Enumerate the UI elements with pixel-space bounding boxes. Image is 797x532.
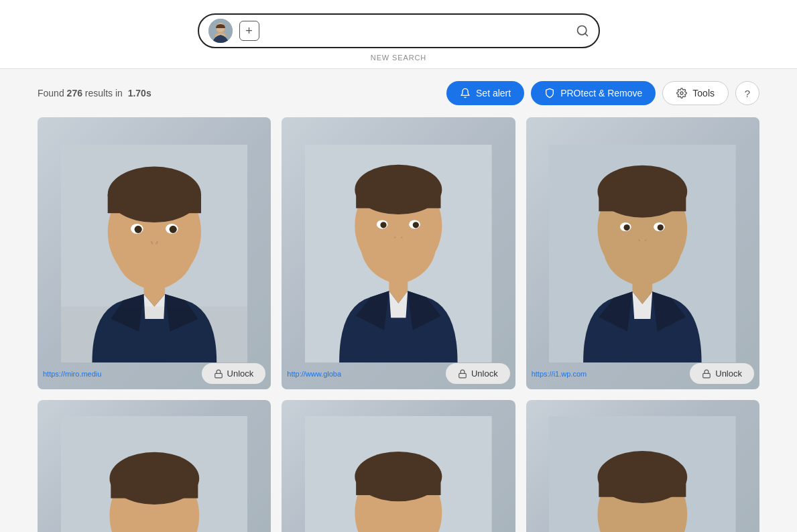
unlock-label: Unlock [471, 369, 498, 379]
search-bar: + [198, 13, 600, 48]
avatar-thumbnail[interactable] [208, 19, 233, 43]
svg-rect-17 [61, 306, 248, 362]
svg-point-25 [381, 222, 387, 228]
results-count: 276 [67, 88, 82, 98]
image-placeholder [526, 117, 759, 389]
image-placeholder [526, 400, 759, 532]
svg-rect-46 [356, 476, 440, 495]
set-alert-label: Set alert [476, 88, 511, 98]
svg-point-36 [658, 224, 664, 230]
svg-rect-11 [107, 194, 200, 213]
svg-rect-32 [599, 191, 686, 211]
image-grid: https://miro.mediu Unlock [38, 117, 759, 532]
image-url[interactable]: https://i1.wp.com [532, 370, 587, 378]
toolbar-actions: Set alert PROtect & Remove Tools ? [446, 81, 759, 105]
svg-line-5 [585, 34, 587, 36]
image-card [38, 400, 271, 532]
svg-rect-50 [599, 477, 686, 497]
image-card: https://i1.wp.com Unlock [526, 117, 759, 389]
svg-point-15 [169, 225, 176, 232]
svg-rect-42 [111, 478, 198, 498]
toolbar: Found 276 results in 1.70s Set alert PRO… [0, 69, 797, 117]
image-placeholder [282, 400, 515, 532]
image-url[interactable]: https://miro.mediu [43, 370, 101, 378]
svg-rect-18 [214, 373, 222, 377]
results-time: 1.70s [128, 88, 151, 98]
unlock-button[interactable]: Unlock [446, 363, 510, 384]
set-alert-button[interactable]: Set alert [446, 81, 524, 105]
svg-point-6 [680, 92, 683, 94]
svg-rect-28 [459, 373, 467, 377]
image-placeholder [38, 400, 271, 532]
svg-point-10 [107, 166, 200, 222]
svg-point-26 [413, 222, 419, 228]
lock-icon [458, 369, 467, 379]
shield-icon [544, 88, 555, 98]
search-button[interactable] [576, 24, 589, 38]
image-placeholder [38, 117, 271, 389]
image-card [526, 400, 759, 532]
image-footer: https://miro.mediu Unlock [38, 358, 271, 389]
unlock-button[interactable]: Unlock [202, 363, 266, 384]
svg-rect-38 [703, 373, 711, 377]
image-card [282, 400, 515, 532]
new-search-label[interactable]: NEW SEARCH [371, 54, 426, 62]
unlock-label: Unlock [715, 369, 742, 379]
tools-button[interactable]: Tools [662, 81, 729, 105]
lock-icon [702, 369, 711, 379]
image-card: http://www.globa Unlock [282, 117, 515, 389]
header: + NEW SEARCH [0, 0, 797, 69]
image-url[interactable]: http://www.globa [287, 370, 341, 378]
svg-point-14 [134, 225, 141, 232]
gear-icon [676, 88, 687, 98]
results-text: Found 276 results in 1.70s [38, 88, 151, 98]
bell-icon [460, 88, 471, 98]
lock-icon [214, 369, 223, 379]
svg-point-35 [624, 224, 630, 230]
image-footer: http://www.globa Unlock [282, 358, 515, 389]
image-footer: https://i1.wp.com Unlock [526, 358, 759, 389]
tools-label: Tools [692, 88, 715, 98]
protect-remove-button[interactable]: PROtect & Remove [531, 81, 656, 105]
content-area: https://miro.mediu Unlock [0, 117, 797, 532]
unlock-label: Unlock [227, 369, 254, 379]
image-placeholder [282, 117, 515, 389]
svg-rect-22 [356, 190, 440, 208]
protect-label: PROtect & Remove [560, 88, 642, 98]
unlock-button[interactable]: Unlock [690, 363, 754, 384]
image-card: https://miro.mediu Unlock [38, 117, 271, 389]
add-image-button[interactable]: + [239, 21, 259, 41]
help-label: ? [745, 88, 750, 99]
search-input[interactable] [266, 25, 569, 37]
help-button[interactable]: ? [735, 81, 759, 105]
